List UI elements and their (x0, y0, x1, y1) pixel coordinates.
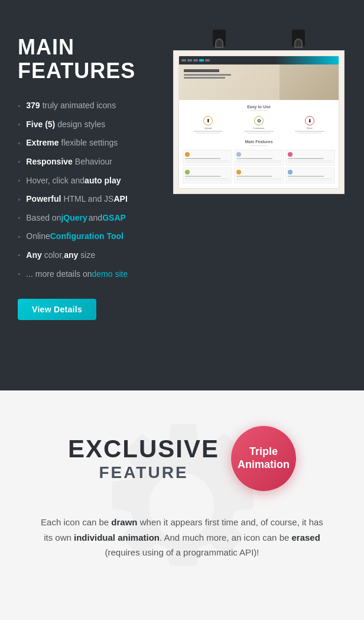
feature-text: ... more details on (26, 269, 92, 280)
text-erased: erased (291, 532, 320, 542)
feature-text: Based on (26, 212, 61, 224)
icon-line (295, 131, 324, 132)
feature-icon (236, 170, 241, 175)
feature-text: design styles (57, 119, 105, 131)
icon-subline (298, 133, 321, 134)
feature-text: and (89, 212, 102, 224)
feature-text (288, 180, 333, 181)
feature-bold: 379 (26, 100, 40, 112)
divider (250, 145, 268, 146)
icon-subline (196, 133, 220, 134)
feature-list: 379 truly animated icons Five (5) design… (18, 100, 160, 280)
mockup-header (179, 56, 339, 64)
icon-line (244, 131, 274, 132)
bottom-section: EXCLUSIVE FEATURE Triple Animation Each … (0, 390, 364, 620)
feature-title (236, 176, 272, 177)
mockup-browser: Easy to Use ⬆ Upload ⚙ (178, 56, 339, 189)
feature-card (183, 150, 232, 166)
feature-bold: Responsive (26, 156, 73, 168)
exclusive-title: EXCLUSIVE FEATURE (68, 435, 219, 482)
feature-text (185, 162, 230, 163)
feature-bold: auto play (84, 175, 121, 187)
mockup-hero-text (184, 69, 231, 79)
list-item: Online Configuration Tool (18, 231, 160, 243)
mockup-features-title: Main Features (179, 137, 339, 145)
triple-animation-badge: Triple Animation (231, 426, 296, 491)
feature-text (236, 160, 281, 162)
hero-title-line (184, 69, 219, 72)
feature-text (288, 162, 333, 163)
feature-bold: Configuration Tool (50, 231, 124, 243)
feature-text: Hover, click and (26, 175, 84, 187)
text-individual: individual animation (74, 532, 160, 542)
feature-card (285, 167, 335, 183)
hero-subtitle-line (184, 77, 225, 79)
feature-card (234, 150, 284, 166)
feature-text (288, 178, 333, 179)
icon-label: Customize (244, 127, 274, 130)
feature-bold: Powerful (26, 193, 61, 205)
feature-bold: Five (5) (26, 119, 55, 131)
feature-title (288, 158, 324, 159)
exclusive-line2: FEATURE (68, 463, 219, 482)
nav-dot-active (199, 59, 204, 62)
feature-icon (236, 152, 241, 157)
exclusive-description: Each icon can be drawn when it appears f… (40, 515, 324, 560)
icon-subline (247, 133, 271, 134)
feature-text: flexible settings (61, 137, 118, 149)
feature-text (185, 180, 230, 181)
icon-label: Upload (193, 127, 223, 130)
features-left: MAINFEATURES 379 truly animated icons Fi… (18, 35, 160, 320)
features-right: Easy to Use ⬆ Upload ⚙ (171, 35, 346, 194)
view-details-button[interactable]: View Details (18, 299, 96, 320)
feature-card (234, 167, 284, 183)
exclusive-section: EXCLUSIVE FEATURE Triple Animation (24, 426, 340, 491)
feature-text: Online (26, 231, 50, 243)
list-item: Any color, any size (18, 250, 160, 261)
mockup-hero-image (280, 64, 339, 100)
poster-image: Easy to Use ⬆ Upload ⚙ (173, 50, 344, 194)
demo-site-link[interactable]: demo site (92, 269, 128, 280)
nav-dot (187, 59, 192, 62)
mockup-icons-grid: ⬆ Upload ⚙ Customize (179, 114, 339, 137)
feature-icon (185, 152, 190, 157)
badge-line2: Animation (238, 458, 290, 472)
feature-text (288, 160, 333, 162)
feature-text (185, 178, 230, 179)
feature-title (185, 158, 221, 159)
feature-bold: Extreme (26, 137, 58, 149)
text-drawn: drawn (111, 517, 137, 527)
list-item: ... more details on demo site (18, 269, 160, 280)
feature-text: Behaviour (75, 156, 112, 168)
mockup-icon-item: ⬆ Upload (193, 116, 223, 134)
main-features-container: MAINFEATURES 379 truly animated icons Fi… (0, 24, 364, 320)
feature-bold: API (113, 193, 127, 205)
list-item: Based on jQuery and GSAP (18, 212, 160, 224)
mockup-icon-circle: ⬇ (305, 116, 314, 125)
mockup-section-title: Easy to Use (179, 100, 339, 110)
main-title: MAINFEATURES (18, 35, 160, 82)
feature-text: truly animated icons (43, 100, 116, 112)
mockup-icon-item: ⬇ Done (295, 116, 324, 134)
feature-text (236, 178, 281, 179)
poster-wrapper: Easy to Use ⬆ Upload ⚙ (171, 30, 346, 194)
feature-card (183, 167, 232, 183)
feature-bold: Any (26, 250, 41, 261)
nav-dot (205, 59, 210, 62)
mockup-icon-circle: ⬆ (203, 116, 213, 125)
feature-card (285, 150, 335, 166)
feature-bold: any (64, 250, 78, 261)
list-item: 379 truly animated icons (18, 100, 160, 112)
feature-text (236, 180, 281, 181)
feature-title (236, 158, 272, 159)
badge-line1: Triple (249, 445, 278, 458)
hero-subtitle-line (184, 74, 231, 76)
top-section: MAINFEATURES 379 truly animated icons Fi… (0, 0, 364, 390)
mockup-icon-item: ⚙ Customize (244, 116, 274, 134)
mockup-features-grid (179, 148, 339, 188)
feature-icon (288, 170, 292, 175)
icon-label: Done (295, 127, 324, 130)
feature-bold: GSAP (102, 212, 126, 224)
feature-text: color, (44, 250, 64, 261)
feature-text: HTML and JS (63, 193, 113, 205)
